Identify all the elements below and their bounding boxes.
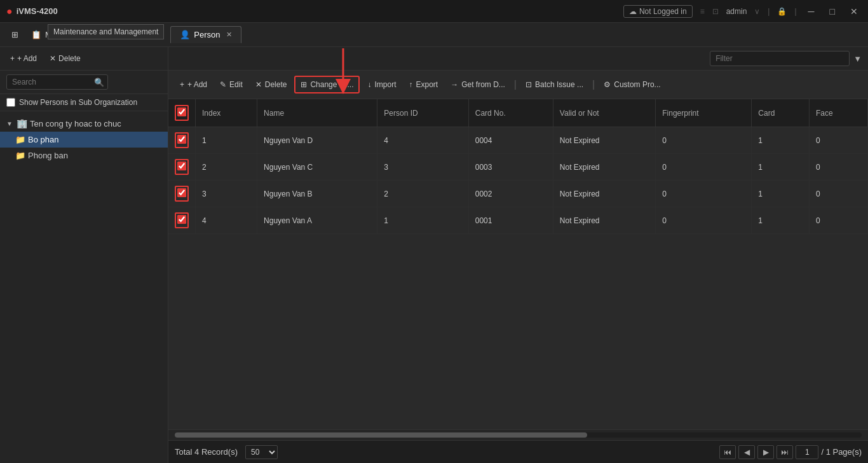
prev-page-button[interactable]: ◀ xyxy=(738,445,755,459)
show-sub-org-area: Show Persons in Sub Organization xyxy=(0,94,168,111)
tree-phongban-label: Phong ban xyxy=(28,151,68,160)
minimize-button[interactable]: ─ xyxy=(804,5,818,18)
th-fingerprint: Fingerprint xyxy=(656,99,752,127)
close-button[interactable]: ✕ xyxy=(846,5,862,18)
row-index: 3 xyxy=(196,181,257,207)
filter-bar: ▼ xyxy=(168,47,868,71)
total-records-label: Total 4 Record(s) xyxy=(175,447,238,457)
maintenance-menu[interactable]: 📋 Maintenance and Management Maintenance… xyxy=(25,27,165,42)
per-page-select[interactable]: 50 100 200 xyxy=(245,445,278,459)
table-header-row: Index Name Person ID Card No. Valid or N… xyxy=(168,99,868,127)
row-name: Nguyen Van B xyxy=(257,181,377,207)
row-index: 1 xyxy=(196,127,257,154)
table-body: 1 Nguyen Van D 4 0004 Not Expired 0 1 0 … xyxy=(168,127,868,234)
tree-item-phongban[interactable]: 📁 Phong ban xyxy=(0,148,168,163)
row-face: 0 xyxy=(809,181,867,207)
add-button[interactable]: + + Add xyxy=(175,77,212,92)
select-all-checkbox[interactable] xyxy=(177,107,186,116)
row-fingerprint: 0 xyxy=(656,207,752,234)
row-checkbox[interactable] xyxy=(177,162,186,170)
sidebar-toolbar: + + Add ✕ Delete xyxy=(0,47,168,71)
get-from-d-button[interactable]: → Get from D... xyxy=(445,77,510,92)
folder-icon-bophan: 📁 xyxy=(15,135,25,144)
tab-close-button[interactable]: ✕ xyxy=(226,31,232,39)
pagination-area: ⏮ ◀ ▶ ⏭ / 1 Page(s) xyxy=(719,445,862,459)
page-number-input[interactable] xyxy=(796,445,818,459)
export-label: Export xyxy=(416,80,438,89)
sidebar-delete-button[interactable]: ✕ Delete xyxy=(46,52,85,65)
maximize-button[interactable]: □ xyxy=(826,5,839,18)
tree-item-bophan[interactable]: 📁 Bo phan xyxy=(0,132,168,148)
batch-issue-icon: ⊡ xyxy=(526,80,532,89)
app-logo: ● xyxy=(6,6,13,17)
persons-table: Index Name Person ID Card No. Valid or N… xyxy=(168,99,868,234)
delete-icon: ✕ xyxy=(50,54,56,63)
row-fingerprint: 0 xyxy=(656,127,752,154)
toolbar-sep-1: | xyxy=(514,79,517,90)
row-valid: Not Expired xyxy=(553,154,655,181)
batch-issue-label: Batch Issue ... xyxy=(535,80,583,89)
show-sub-checkbox[interactable] xyxy=(6,98,15,107)
row-name: Nguyen Van D xyxy=(257,127,377,154)
batch-issue-button[interactable]: ⊡ Batch Issue ... xyxy=(520,77,588,92)
row-face: 0 xyxy=(809,154,867,181)
add-icon: + xyxy=(180,80,184,89)
edit-button[interactable]: ✎ Edit xyxy=(215,77,248,92)
table-row: 3 Nguyen Van B 2 0002 Not Expired 0 1 0 xyxy=(168,181,868,207)
change-org-button[interactable]: ⊞ Change Or... xyxy=(294,76,360,93)
tree-root-org[interactable]: ▼ 🏢 Ten cong ty hoac to chuc xyxy=(0,115,168,132)
table-row: 1 Nguyen Van D 4 0004 Not Expired 0 1 0 xyxy=(168,127,868,154)
row-checkbox[interactable] xyxy=(177,188,186,197)
delete-icon-tb: ✕ xyxy=(255,80,262,89)
delete-button[interactable]: ✕ Delete xyxy=(250,77,292,92)
tab-area: 👤 Person ✕ xyxy=(170,26,241,43)
divider-1: ≡ xyxy=(700,7,705,16)
tab-person[interactable]: 👤 Person ✕ xyxy=(170,26,241,43)
org-icon: 🏢 xyxy=(17,118,27,128)
row-index: 2 xyxy=(196,154,257,181)
person-tab-label: Person xyxy=(194,30,220,39)
filter-input[interactable] xyxy=(710,51,850,66)
app-name: iVMS-4200 xyxy=(17,6,58,16)
sidebar-add-label: + Add xyxy=(17,54,37,63)
custom-pro-label: Custom Pro... xyxy=(614,80,660,89)
import-button[interactable]: ↓ Import xyxy=(362,77,401,92)
sidebar: + + Add ✕ Delete 🔍 Show Persons in Sub O… xyxy=(0,47,168,463)
search-input[interactable] xyxy=(6,74,108,90)
import-icon: ↓ xyxy=(367,80,371,89)
not-logged-label: Not Logged in xyxy=(639,7,687,16)
statusbar: Total 4 Record(s) 50 100 200 ⏮ ◀ ▶ ⏭ / 1… xyxy=(168,440,868,463)
row-card-no: 0004 xyxy=(468,127,553,154)
last-page-button[interactable]: ⏭ xyxy=(776,445,793,459)
get-from-d-icon: → xyxy=(451,80,458,89)
content-toolbar: + + Add ✎ Edit ✕ Delete ⊞ Change Or... ↓… xyxy=(168,71,868,99)
row-fingerprint: 0 xyxy=(656,181,752,207)
expand-arrow-icon: ▼ xyxy=(6,120,13,127)
row-card-no: 0001 xyxy=(468,207,553,234)
sidebar-add-button[interactable]: + + Add xyxy=(6,52,41,65)
divider-4: | xyxy=(768,7,770,16)
not-logged-status: ☁ Not Logged in xyxy=(623,5,693,18)
row-checkbox-cell xyxy=(168,207,196,234)
row-person-id: 2 xyxy=(377,181,468,207)
first-page-button[interactable]: ⏮ xyxy=(719,445,736,459)
row-index: 4 xyxy=(196,207,257,234)
org-tree: ▼ 🏢 Ten cong ty hoac to chuc 📁 Bo phan 📁… xyxy=(0,111,168,463)
lock-icon: 🔒 xyxy=(777,7,787,16)
th-name: Name xyxy=(257,99,377,127)
custom-pro-icon: ⚙ xyxy=(604,80,611,89)
row-checkbox[interactable] xyxy=(177,215,186,224)
th-person-id: Person ID xyxy=(377,99,468,127)
custom-pro-button[interactable]: ⚙ Custom Pro... xyxy=(599,77,665,92)
row-checkbox[interactable] xyxy=(177,135,186,144)
next-page-button[interactable]: ▶ xyxy=(757,445,774,459)
horizontal-scrollbar[interactable] xyxy=(175,432,862,438)
module-grid-button[interactable]: ⊞ xyxy=(5,27,25,42)
edit-icon: ✎ xyxy=(220,80,226,89)
export-button[interactable]: ↑ Export xyxy=(403,77,443,92)
divider-3: ∨ xyxy=(754,7,760,16)
search-area: 🔍 xyxy=(0,71,168,94)
show-sub-label: Show Persons in Sub Organization xyxy=(19,98,137,107)
th-valid: Valid or Not xyxy=(553,99,655,127)
row-checkbox-cell xyxy=(168,154,196,181)
